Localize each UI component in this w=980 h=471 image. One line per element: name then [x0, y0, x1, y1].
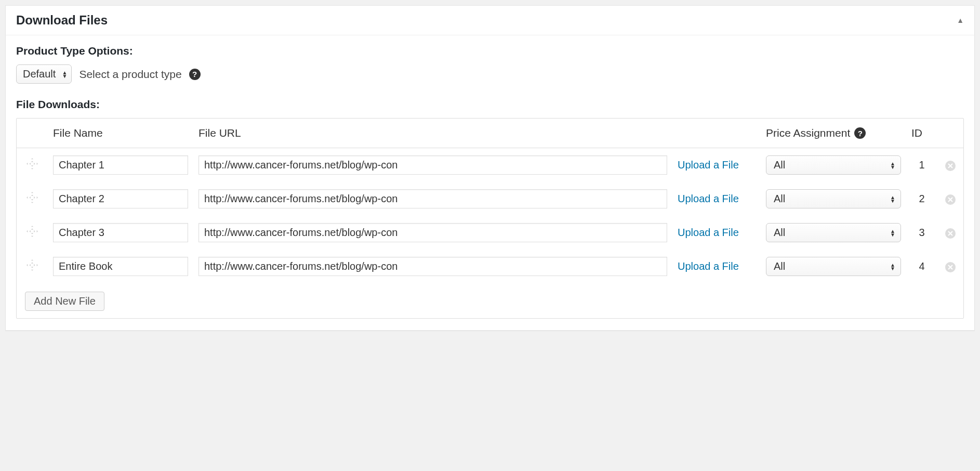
file-url-input[interactable] — [198, 257, 667, 276]
select-arrows-icon: ▲▼ — [890, 229, 895, 237]
file-url-input[interactable] — [198, 223, 667, 242]
file-downloads-label: File Downloads: — [16, 98, 964, 111]
delete-row-icon[interactable] — [945, 262, 956, 272]
product-type-row: Default ▲▼ Select a product type ? — [16, 64, 964, 84]
file-id: 4 — [919, 260, 924, 272]
product-type-hint: Select a product type — [79, 68, 181, 81]
price-assignment-selected: All — [774, 227, 785, 238]
upload-file-link[interactable]: Upload a File — [678, 159, 739, 171]
collapse-icon[interactable]: ▲ — [957, 16, 964, 24]
price-assignment-select[interactable]: All ▲▼ — [766, 155, 901, 175]
download-files-panel: Download Files ▲ Product Type Options: D… — [5, 5, 975, 331]
files-table-wrap: File Name File URL Price Assignment ? ID — [16, 118, 964, 319]
drag-handle-icon[interactable] — [25, 263, 39, 274]
price-assignment-selected: All — [774, 193, 785, 204]
table-row: Upload a File All ▲▼ 1 — [17, 148, 963, 182]
file-name-input[interactable] — [53, 257, 188, 276]
drag-handle-icon[interactable] — [25, 229, 39, 240]
product-type-select[interactable]: Default ▲▼ — [16, 64, 72, 84]
panel-title: Download Files — [16, 13, 108, 28]
files-table: File Name File URL Price Assignment ? ID — [17, 119, 963, 283]
delete-row-icon[interactable] — [945, 228, 956, 239]
file-name-input[interactable] — [53, 223, 188, 242]
file-url-input[interactable] — [198, 189, 667, 208]
help-icon[interactable]: ? — [189, 69, 201, 80]
header-file-url: File URL — [198, 127, 241, 139]
file-url-input[interactable] — [198, 155, 667, 175]
file-id: 1 — [919, 159, 924, 171]
price-assignment-select[interactable]: All ▲▼ — [766, 223, 901, 242]
panel-header[interactable]: Download Files ▲ — [6, 6, 974, 35]
select-arrows-icon: ▲▼ — [890, 263, 895, 270]
drag-handle-icon[interactable] — [25, 195, 39, 206]
drag-handle-icon[interactable] — [25, 161, 39, 173]
price-assignment-select[interactable]: All ▲▼ — [766, 257, 901, 276]
header-price-assignment: Price Assignment — [766, 127, 850, 139]
file-name-input[interactable] — [53, 189, 188, 208]
file-id: 3 — [919, 227, 924, 238]
add-new-file-button[interactable]: Add New File — [25, 292, 104, 311]
price-assignment-selected: All — [774, 159, 785, 171]
product-type-label: Product Type Options: — [16, 45, 964, 57]
header-file-name: File Name — [53, 127, 103, 139]
select-arrows-icon: ▲▼ — [890, 162, 895, 169]
file-name-input[interactable] — [53, 155, 188, 175]
table-row: Upload a File All ▲▼ 2 — [17, 182, 963, 216]
product-type-selected: Default — [23, 68, 56, 80]
price-assignment-select[interactable]: All ▲▼ — [766, 189, 901, 208]
price-assignment-selected: All — [774, 260, 785, 272]
file-id: 2 — [919, 193, 924, 204]
upload-file-link[interactable]: Upload a File — [678, 260, 739, 272]
select-arrows-icon: ▲▼ — [890, 195, 895, 203]
select-arrows-icon: ▲▼ — [62, 71, 67, 78]
table-row: Upload a File All ▲▼ 3 — [17, 216, 963, 250]
delete-row-icon[interactable] — [945, 161, 956, 171]
delete-row-icon[interactable] — [945, 194, 956, 205]
panel-body: Product Type Options: Default ▲▼ Select … — [6, 35, 974, 330]
upload-file-link[interactable]: Upload a File — [678, 227, 739, 238]
table-row: Upload a File All ▲▼ 4 — [17, 250, 963, 283]
header-id: ID — [911, 127, 922, 139]
help-icon[interactable]: ? — [854, 127, 866, 139]
upload-file-link[interactable]: Upload a File — [678, 193, 739, 204]
